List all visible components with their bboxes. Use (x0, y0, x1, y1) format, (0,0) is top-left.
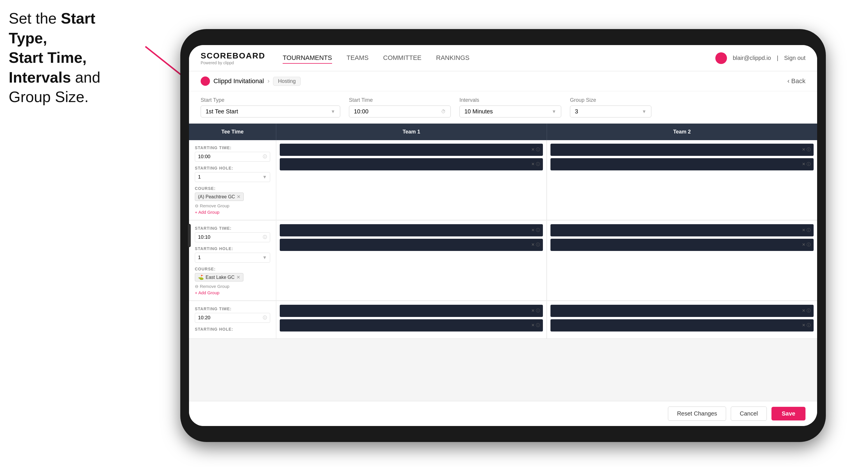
nav-rankings[interactable]: RANKINGS (436, 53, 470, 64)
group-1-teams-panel: ✕ ⓘ ✕ ⓘ ✕ ⓘ ✕ ⓘ (276, 140, 817, 220)
th-team1: Team 1 (276, 124, 547, 140)
save-button[interactable]: Save (771, 407, 805, 421)
group-size-select[interactable]: 3 ▼ (570, 105, 651, 118)
remove-group-btn-1[interactable]: ⊖ Remove Group (195, 203, 270, 209)
team-slot[interactable]: ✕ ⓘ (551, 158, 814, 170)
back-button[interactable]: ‹ Back (787, 77, 805, 85)
course-label-2: COURSE: (195, 267, 270, 271)
starting-time-label-2: STARTING TIME: (195, 226, 270, 230)
th-tee-time: Tee Time (189, 124, 276, 140)
group-size-label: Group Size (570, 97, 651, 103)
add-group-btn-2[interactable]: + Add Group (195, 290, 270, 295)
slot-icons: ✕ ⓘ (531, 308, 540, 313)
team-slot[interactable]: ✕ ⓘ (551, 224, 814, 237)
nav-teams[interactable]: TEAMS (347, 53, 369, 64)
starting-hole-value-1: 1 (198, 174, 200, 180)
group-1-team1-col: ✕ ⓘ ✕ ⓘ (276, 140, 547, 220)
sign-out-link[interactable]: Sign out (784, 55, 805, 61)
table-header: Tee Time Team 1 Team 2 (189, 124, 817, 140)
course-name-2: East Lake GC (206, 275, 235, 280)
course-icon-2: ⛳ (198, 275, 204, 280)
starting-hole-label-3: STARTING HOLE: (195, 327, 270, 332)
breadcrumb-sep: › (268, 77, 270, 85)
starting-time-input-3[interactable]: 10:20 ⓘ (195, 313, 270, 323)
start-time-select[interactable]: 10:00 ⏱ (349, 105, 451, 118)
starting-time-input-1[interactable]: 10:00 ⓘ (195, 152, 270, 162)
slot-icons: ✕ ⓘ (802, 242, 811, 247)
starting-time-value-2: 10:10 (198, 235, 211, 240)
breadcrumb: Clippd Invitational › Hosting (200, 76, 301, 86)
team-slot[interactable]: ✕ ⓘ (551, 305, 814, 317)
instruction-text: Set the Start Type,Start Time,Intervals … (9, 9, 131, 107)
slot-icons: ✕ ⓘ (531, 162, 540, 167)
slot-icons: ✕ ⓘ (802, 228, 811, 233)
intervals-select[interactable]: 10 Minutes ▼ (460, 105, 561, 118)
start-time-field: Start Time 10:00 ⏱ (349, 97, 451, 118)
time-info-icon-1: ⓘ (263, 154, 267, 159)
th-team2: Team 2 (547, 124, 817, 140)
team-slot[interactable]: ✕ ⓘ (280, 158, 543, 170)
team-slot[interactable]: ✕ ⓘ (551, 239, 814, 251)
team-slot[interactable]: ✕ ⓘ (551, 144, 814, 156)
group-1-team2-col: ✕ ⓘ ✕ ⓘ (547, 140, 817, 220)
cancel-button[interactable]: Cancel (731, 406, 767, 421)
slot-icons: ✕ ⓘ (531, 228, 540, 233)
hosting-badge: Hosting (273, 77, 301, 86)
tablet-screen: SCOREBOARD Powered by clippd TOURNAMENTS… (189, 45, 817, 426)
team-slot[interactable]: ✕ ⓘ (280, 239, 543, 251)
nav-links: TOURNAMENTS TEAMS COMMITTEE RANKINGS (283, 53, 715, 64)
start-time-value: 10:00 (354, 108, 368, 115)
slot-icons: ✕ ⓘ (531, 242, 540, 247)
group-row: STARTING TIME: 10:10 ⓘ STARTING HOLE: 1 … (189, 221, 817, 301)
navbar: SCOREBOARD Powered by clippd TOURNAMENTS… (189, 45, 817, 71)
team-slot[interactable]: ✕ ⓘ (280, 319, 543, 332)
intervals-arrow-icon: ▼ (552, 109, 556, 114)
course-name-1: (A) Peachtree GC (198, 194, 235, 199)
course-remove-icon-2[interactable]: ✕ (237, 275, 240, 280)
group-1-left-panel: STARTING TIME: 10:00 ⓘ STARTING HOLE: 1 … (189, 140, 276, 220)
group-3-team1-col: ✕ ⓘ ✕ ⓘ (276, 301, 547, 339)
starting-time-value-1: 10:00 (198, 154, 211, 160)
team-slot[interactable]: ✕ ⓘ (280, 305, 543, 317)
sub-nav: Clippd Invitational › Hosting ‹ Back (189, 71, 817, 91)
main-content[interactable]: STARTING TIME: 10:00 ⓘ STARTING HOLE: 1 … (189, 140, 817, 401)
group-2-left-panel: STARTING TIME: 10:10 ⓘ STARTING HOLE: 1 … (189, 221, 276, 300)
start-type-field: Start Type 1st Tee Start ▼ (200, 97, 340, 118)
start-type-label: Start Type (200, 97, 340, 103)
add-group-btn-1[interactable]: + Add Group (195, 210, 270, 215)
tablet-side-button (188, 224, 191, 247)
starting-time-input-2[interactable]: 10:10 ⓘ (195, 232, 270, 242)
slot-icons: ✕ ⓘ (802, 162, 811, 167)
group-row: STARTING TIME: 10:20 ⓘ STARTING HOLE: ✕ … (189, 301, 817, 339)
start-type-select[interactable]: 1st Tee Start ▼ (200, 105, 340, 118)
starting-time-label-3: STARTING TIME: (195, 307, 270, 311)
breadcrumb-name: Clippd Invitational (213, 77, 264, 85)
slot-icons: ✕ ⓘ (531, 147, 540, 152)
breadcrumb-icon (200, 76, 210, 86)
nav-tournaments[interactable]: TOURNAMENTS (283, 53, 332, 64)
course-remove-icon-1[interactable]: ✕ (237, 194, 241, 199)
starting-hole-label-1: STARTING HOLE: (195, 166, 270, 170)
logo-text: SCOREBOARD (200, 51, 265, 61)
team-slot[interactable]: ✕ ⓘ (551, 319, 814, 332)
starting-hole-value-2: 1 (198, 255, 200, 260)
starting-hole-input-1[interactable]: 1 ▼ (195, 172, 270, 182)
starting-hole-input-2[interactable]: 1 ▼ (195, 253, 270, 262)
reset-changes-button[interactable]: Reset Changes (668, 406, 726, 421)
intervals-field: Intervals 10 Minutes ▼ (460, 97, 561, 118)
group-size-arrow-icon: ▼ (642, 109, 646, 114)
group-3-left-panel: STARTING TIME: 10:20 ⓘ STARTING HOLE: (189, 301, 276, 339)
time-info-icon-3: ⓘ (263, 315, 267, 320)
remove-group-btn-2[interactable]: ⊖ Remove Group (195, 284, 270, 289)
starting-time-label-1: STARTING TIME: (195, 146, 270, 150)
group-row: STARTING TIME: 10:00 ⓘ STARTING HOLE: 1 … (189, 140, 817, 220)
slot-icons: ✕ ⓘ (531, 323, 540, 328)
team-slot[interactable]: ✕ ⓘ (280, 224, 543, 237)
slot-icons: ✕ ⓘ (802, 147, 811, 152)
course-label-1: COURSE: (195, 186, 270, 191)
user-avatar (715, 52, 727, 64)
team-slot[interactable]: ✕ ⓘ (280, 144, 543, 156)
nav-committee[interactable]: COMMITTEE (383, 53, 422, 64)
intervals-value: 10 Minutes (464, 108, 493, 115)
hole-arrow-icon-2: ▼ (262, 255, 267, 260)
